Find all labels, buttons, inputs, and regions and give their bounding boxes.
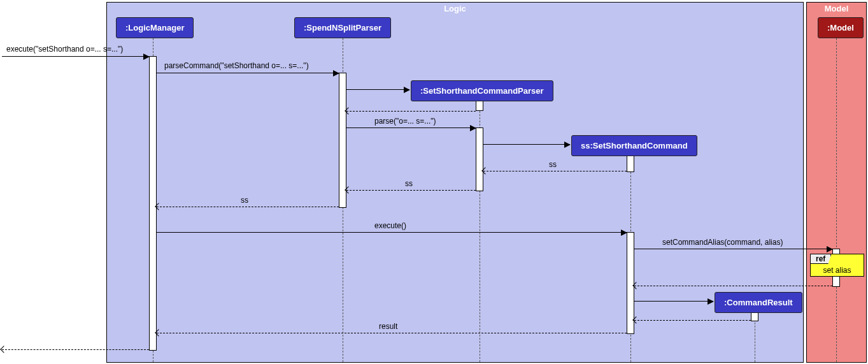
arrow-icon <box>470 125 476 131</box>
msg-set-alias <box>634 249 832 249</box>
msg-return-ss-3-label: ss <box>241 196 248 205</box>
msg-execute2 <box>157 232 627 233</box>
frame-model-title: Model <box>825 3 849 14</box>
msg-create-ssc <box>483 144 570 145</box>
msg-parse-label: parse("o=... s=...") <box>374 117 436 126</box>
msg-return-out <box>2 349 149 350</box>
msg-return-cr <box>634 320 751 321</box>
msg-return-ss-2 <box>346 190 476 191</box>
participant-model: :Model <box>818 17 864 38</box>
ref-tab: ref <box>811 254 831 264</box>
activation-spend-parser <box>339 73 346 208</box>
arrow-icon <box>0 346 7 353</box>
ref-text: set alias <box>823 266 851 275</box>
arrow-icon <box>708 298 714 305</box>
msg-return-ss-3 <box>157 207 339 207</box>
arrow-icon <box>333 70 339 76</box>
participant-spend-parser: :SpendNSplitParser <box>294 17 391 38</box>
participant-set-shorthand-cmd: ss:SetShorthandCommand <box>571 135 697 156</box>
participant-command-result: :CommandResult <box>715 292 802 313</box>
arrow-icon <box>143 54 150 60</box>
participant-logic-manager: :LogicManager <box>116 17 194 38</box>
participant-set-shorthand-parser: :SetShorthandCommandParser <box>411 80 553 101</box>
frame-logic-title: Logic <box>444 3 466 14</box>
activation-logic-manager <box>149 56 157 351</box>
msg-parse <box>346 127 476 128</box>
msg-return-model <box>634 286 832 286</box>
msg-return-ss-1-label: ss <box>549 160 557 169</box>
activation-sscp-2 <box>476 127 483 191</box>
msg-parse-command <box>157 73 339 73</box>
msg-execute-in-label: execute("setShorthand o=... s=...") <box>6 45 123 54</box>
arrow-icon <box>621 229 627 236</box>
msg-return-ss-2-label: ss <box>405 179 413 188</box>
lifeline-model <box>836 38 837 362</box>
arrow-icon <box>827 246 833 252</box>
msg-execute2-label: execute() <box>374 221 406 230</box>
frame-logic: Logic <box>106 2 804 363</box>
msg-parse-command-label: parseCommand("setShorthand o=... s=...") <box>164 61 309 70</box>
msg-execute-in <box>2 56 149 57</box>
msg-return-ss-1 <box>483 171 627 171</box>
msg-result <box>157 333 627 333</box>
ref-set-alias: ref set alias <box>810 254 864 277</box>
msg-set-alias-label: setCommandAlias(command, alias) <box>662 238 783 247</box>
msg-create-sscp <box>346 89 409 90</box>
arrow-icon <box>564 142 571 148</box>
msg-return-create-sscp <box>346 111 476 112</box>
arrow-icon <box>404 87 410 93</box>
msg-create-cr <box>634 301 713 302</box>
msg-result-label: result <box>379 322 397 331</box>
